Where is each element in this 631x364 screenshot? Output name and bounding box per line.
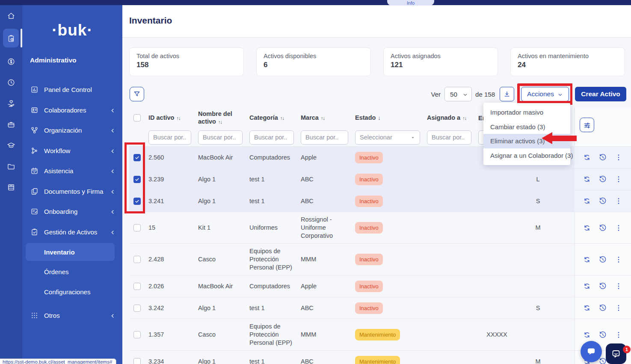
refresh-icon[interactable]	[583, 197, 591, 205]
sidebar-item-asistencia[interactable]: Asistencia	[22, 161, 122, 181]
support-chat-button[interactable]	[606, 343, 626, 364]
refresh-icon[interactable]	[583, 224, 591, 232]
kebab-menu-icon[interactable]	[614, 175, 623, 183]
acciones-button[interactable]: Acciones	[521, 87, 569, 101]
history-icon[interactable]	[598, 304, 607, 312]
select-all-checkbox[interactable]	[133, 114, 141, 121]
rail-item-graduation-cap[interactable]	[0, 135, 22, 156]
column-header-asignado-a[interactable]: Asignado a↑↓	[424, 107, 475, 128]
row-checkbox[interactable]	[133, 283, 141, 290]
kebab-menu-icon[interactable]	[614, 153, 623, 162]
column-filter-input[interactable]	[198, 130, 243, 145]
cell-talla: M	[519, 351, 557, 364]
row-checkbox[interactable]	[133, 198, 141, 205]
refresh-icon[interactable]	[583, 175, 591, 183]
sidebar-item-otros[interactable]: Otros	[22, 305, 122, 326]
page-size-select[interactable]: 50	[444, 87, 472, 101]
column-header-categoria[interactable]: Categoría↑↓	[246, 107, 298, 128]
kebab-menu-icon[interactable]	[614, 304, 623, 312]
sidebar-item-documentos-y-firma[interactable]: Documentos y Firma	[22, 181, 122, 202]
kebab-menu-icon[interactable]	[614, 197, 623, 205]
filter-button[interactable]	[130, 87, 144, 101]
table-row[interactable]: 1.357CascoEquipos de Protección Personal…	[129, 319, 631, 351]
dropdown-item-importador-masivo[interactable]: Importador masivo	[483, 105, 570, 120]
column-header-nombre-del-activo[interactable]: Nombre del activo↑↓	[195, 107, 246, 128]
sidebar-item-gestion-de-activos[interactable]: Gestión de Activos	[22, 222, 122, 243]
kebab-menu-icon[interactable]	[614, 331, 623, 339]
kebab-menu-icon[interactable]	[614, 282, 623, 290]
rail-item-briefcase[interactable]	[0, 114, 22, 135]
refresh-icon[interactable]	[583, 282, 591, 290]
column-header-marca[interactable]: Marca↑↓	[298, 107, 352, 128]
row-checkbox[interactable]	[133, 224, 141, 231]
column-header-id-activo[interactable]: ID activo↑↓	[145, 107, 195, 128]
refresh-icon[interactable]	[583, 304, 591, 312]
sidebar-item-onboarding[interactable]: Onboarding	[22, 201, 122, 222]
sidebar-subitem-ordenes[interactable]: Órdenes	[22, 262, 122, 282]
sidebar-subitem-configuraciones[interactable]: Configuraciones	[22, 282, 122, 302]
rail-item-clipboard-clock[interactable]	[0, 26, 22, 51]
history-icon[interactable]	[598, 331, 607, 339]
column-filter-input[interactable]	[148, 130, 191, 145]
dropdown-item-asignar-a-un-colaborador-3[interactable]: Asignar a un Colaborador (3)	[483, 148, 570, 163]
cell-em	[475, 190, 519, 212]
history-icon[interactable]	[598, 197, 607, 205]
chat-launcher-button[interactable]	[581, 341, 602, 362]
column-filter-input[interactable]	[427, 130, 471, 145]
sort-icon[interactable]: ↑↓	[218, 119, 222, 124]
rail-item-dollar-circle[interactable]	[0, 51, 22, 72]
dropdown-item-eliminar-activos-3[interactable]: Eliminar activos (3)	[483, 134, 570, 148]
sort-icon[interactable]: ↑↓	[321, 115, 325, 121]
table-row[interactable]: 3.239Algo 1test 1ABCInactivoL	[129, 169, 631, 190]
table-row[interactable]: 2.428CascoEquipos de Protección Personal…	[129, 244, 631, 275]
sidebar-subitem-inventario[interactable]: Inventario	[26, 243, 115, 261]
row-checkbox[interactable]	[133, 256, 141, 263]
table-row[interactable]: 2.026MacBook AirComputadoresAppleInactiv…	[129, 275, 631, 297]
history-icon[interactable]	[598, 153, 607, 162]
history-icon[interactable]	[598, 175, 607, 183]
rail-item-folder[interactable]	[0, 156, 22, 177]
rail-item-clock[interactable]	[0, 72, 22, 93]
sidebar-item-panel-de-control[interactable]: Panel de Control	[22, 80, 122, 100]
row-checkbox[interactable]	[133, 331, 141, 338]
row-checkbox[interactable]	[133, 176, 141, 183]
rail-item-archive[interactable]	[0, 177, 22, 198]
cell-id-activo: 1.357	[145, 319, 195, 350]
row-checkbox[interactable]	[133, 154, 141, 161]
table-row[interactable]: 3.242Algo 1test 1ABCInactivoS	[129, 297, 631, 319]
row-checkbox-cell	[129, 275, 145, 297]
column-settings-button[interactable]	[580, 118, 594, 132]
sidebar-item-organizacion[interactable]: Organización	[22, 120, 122, 141]
row-actions-cell	[575, 169, 631, 190]
cell-asignado	[424, 147, 475, 168]
kebab-menu-icon[interactable]	[614, 255, 623, 264]
sidebar-item-workflow[interactable]: Workflow	[22, 141, 122, 161]
sort-desc-icon[interactable]: ↓	[378, 115, 380, 121]
refresh-icon[interactable]	[583, 331, 591, 339]
sort-icon[interactable]: ↑↓	[462, 115, 466, 121]
table-row[interactable]: 3.234Algo 1test 1ABCMantenimientoM	[129, 351, 631, 364]
crear-activo-button[interactable]: Crear Activo	[575, 87, 626, 101]
download-button[interactable]	[500, 87, 514, 101]
column-filter-input[interactable]	[249, 130, 294, 145]
sort-icon[interactable]: ↑↓	[176, 115, 180, 121]
inventario-page: Info ·buk· Administrativo Panel de Contr…	[0, 0, 631, 364]
column-filter-input[interactable]	[301, 130, 348, 145]
sort-icon[interactable]: ↑↓	[280, 115, 284, 121]
dropdown-item-cambiar-estado-3[interactable]: Cambiar estado (3)	[483, 120, 570, 134]
rail-item-hand-heart[interactable]	[0, 93, 22, 114]
row-checkbox[interactable]	[133, 305, 141, 312]
refresh-icon[interactable]	[583, 255, 591, 264]
rail-item-home[interactable]	[0, 5, 22, 26]
estado-filter-select[interactable]: Seleccionar	[355, 130, 420, 145]
kebab-menu-icon[interactable]	[614, 224, 623, 232]
history-icon[interactable]	[598, 282, 607, 290]
sidebar-item-colaboradores[interactable]: Colaboradores	[22, 100, 122, 121]
refresh-icon[interactable]	[583, 153, 591, 162]
table-row[interactable]: 3.241Algo 1test 1ABCInactivoS	[129, 190, 631, 212]
history-icon[interactable]	[598, 255, 607, 264]
row-checkbox[interactable]	[133, 358, 141, 364]
history-icon[interactable]	[598, 224, 607, 232]
column-header-estado[interactable]: Estado↓	[352, 107, 424, 128]
table-row[interactable]: 15Kit 1UniformesRossignol - Uniforme Cor…	[129, 212, 631, 244]
